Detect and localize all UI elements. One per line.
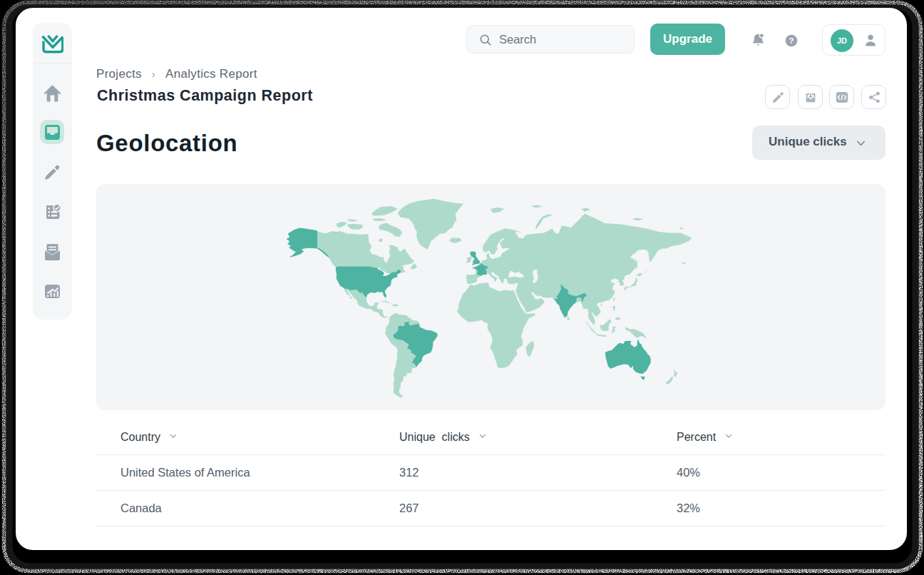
svg-text:?: ? xyxy=(789,36,794,45)
